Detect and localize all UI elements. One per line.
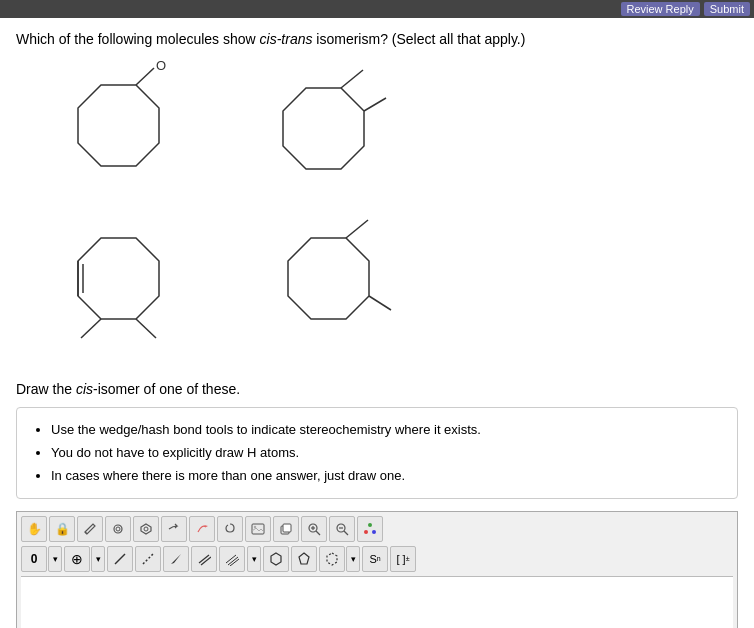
svg-line-10 bbox=[136, 319, 156, 338]
plus-btn[interactable]: ⊕ bbox=[64, 546, 90, 572]
image-tool[interactable] bbox=[245, 516, 271, 542]
charge-dropdown[interactable]: ▾ bbox=[48, 546, 62, 572]
molecules-grid: O bbox=[16, 60, 436, 365]
molecule-3-svg bbox=[41, 210, 201, 365]
svg-marker-3 bbox=[283, 88, 364, 169]
toolbar-row-2: 0 ▾ ⊕ ▾ bbox=[21, 546, 733, 572]
hint-box: Use the wedge/hash bond tools to indicat… bbox=[16, 407, 738, 499]
toolbar-area: ✋ 🔒 bbox=[16, 511, 738, 628]
svg-point-32 bbox=[368, 523, 372, 527]
svg-line-5 bbox=[364, 98, 386, 111]
svg-marker-17 bbox=[141, 524, 151, 534]
svg-line-14 bbox=[85, 532, 87, 534]
double-bond-tool[interactable] bbox=[191, 546, 217, 572]
svg-marker-44 bbox=[327, 553, 337, 565]
svg-line-38 bbox=[201, 557, 211, 565]
top-bar: Review Reply Submit bbox=[0, 0, 754, 18]
svg-line-39 bbox=[226, 555, 236, 563]
draw-text-after: -isomer of one of these. bbox=[93, 381, 240, 397]
hint-list: Use the wedge/hash bond tools to indicat… bbox=[31, 418, 723, 488]
color-tool[interactable] bbox=[357, 516, 383, 542]
svg-line-35 bbox=[143, 554, 153, 564]
svg-rect-20 bbox=[252, 524, 264, 534]
review-reply-btn[interactable]: Review Reply bbox=[621, 2, 700, 16]
bracket-tool[interactable]: [ ]± bbox=[390, 546, 416, 572]
svg-point-16 bbox=[116, 527, 120, 531]
question-text-before: Which of the following molecules show bbox=[16, 31, 260, 47]
svg-line-1 bbox=[136, 68, 154, 85]
svg-line-4 bbox=[341, 70, 363, 88]
ring-tool[interactable] bbox=[105, 516, 131, 542]
draw-instruction: Draw the cis-isomer of one of these. bbox=[16, 381, 738, 397]
molecule-1-cell[interactable]: O bbox=[16, 60, 226, 210]
pencil-tool[interactable] bbox=[77, 516, 103, 542]
svg-line-13 bbox=[369, 296, 391, 310]
draw-italic: cis bbox=[76, 381, 93, 397]
svg-marker-11 bbox=[288, 238, 369, 319]
hint-item-2: You do not have to explicitly draw H ato… bbox=[51, 441, 723, 464]
molecule-2-cell[interactable] bbox=[226, 60, 436, 210]
svg-point-33 bbox=[372, 530, 376, 534]
molecule-3-cell[interactable] bbox=[16, 210, 226, 365]
svg-marker-0 bbox=[78, 85, 159, 166]
question-text: Which of the following molecules show ci… bbox=[16, 30, 738, 50]
toolbar-row-1: ✋ 🔒 bbox=[21, 516, 733, 542]
svg-line-29 bbox=[344, 531, 348, 535]
charge-zero-btn[interactable]: 0 bbox=[21, 546, 47, 572]
ring-dropdown[interactable]: ▾ bbox=[346, 546, 360, 572]
plus-dropdown[interactable]: ▾ bbox=[91, 546, 105, 572]
svg-point-15 bbox=[114, 525, 122, 533]
question-italic: cis-trans bbox=[260, 31, 313, 47]
svg-marker-36 bbox=[171, 554, 181, 564]
bond-dropdown[interactable]: ▾ bbox=[247, 546, 261, 572]
svg-line-9 bbox=[81, 319, 101, 338]
svg-marker-42 bbox=[271, 553, 281, 565]
wedge-bond-tool[interactable] bbox=[163, 546, 189, 572]
zoom-out-tool[interactable] bbox=[329, 516, 355, 542]
svg-marker-43 bbox=[299, 553, 309, 564]
arrow-tool[interactable] bbox=[161, 516, 187, 542]
svg-line-12 bbox=[346, 220, 368, 238]
question-text-after: isomerism? (Select all that apply.) bbox=[312, 31, 525, 47]
svg-point-18 bbox=[144, 527, 148, 531]
hand-tool[interactable]: ✋ bbox=[21, 516, 47, 542]
molecule-4-cell[interactable] bbox=[226, 210, 436, 365]
submit-btn[interactable]: Submit bbox=[704, 2, 750, 16]
ring2-tool[interactable] bbox=[133, 516, 159, 542]
copy-tool[interactable] bbox=[273, 516, 299, 542]
zoom-in-tool[interactable] bbox=[301, 516, 327, 542]
hint-item-1: Use the wedge/hash bond tools to indicat… bbox=[51, 418, 723, 441]
molecule-1-svg: O bbox=[41, 60, 201, 210]
curved-arrow-tool[interactable] bbox=[189, 516, 215, 542]
svg-line-37 bbox=[199, 555, 209, 563]
drawing-canvas[interactable] bbox=[21, 576, 733, 628]
molecule-4-svg bbox=[251, 210, 411, 365]
content-area: Which of the following molecules show ci… bbox=[0, 18, 754, 628]
svg-rect-23 bbox=[283, 524, 291, 532]
svg-point-31 bbox=[364, 530, 368, 534]
svg-line-25 bbox=[316, 531, 320, 535]
lasso-tool[interactable] bbox=[217, 516, 243, 542]
dash-bond-tool[interactable] bbox=[135, 546, 161, 572]
draw-text-before: Draw the bbox=[16, 381, 76, 397]
lock-tool[interactable]: 🔒 bbox=[49, 516, 75, 542]
hint-item-3: In cases where there is more than one an… bbox=[51, 464, 723, 487]
pentagon-tool[interactable] bbox=[291, 546, 317, 572]
hex-ring-tool[interactable] bbox=[263, 546, 289, 572]
svg-line-34 bbox=[115, 554, 125, 564]
svg-text:O: O bbox=[156, 58, 166, 73]
molecule-2-svg bbox=[251, 60, 411, 210]
subscript-tool[interactable]: Sn bbox=[362, 546, 388, 572]
svg-marker-6 bbox=[78, 238, 159, 319]
single-bond-tool[interactable] bbox=[107, 546, 133, 572]
open-ring-tool[interactable] bbox=[319, 546, 345, 572]
triple-bond-tool[interactable] bbox=[219, 546, 245, 572]
